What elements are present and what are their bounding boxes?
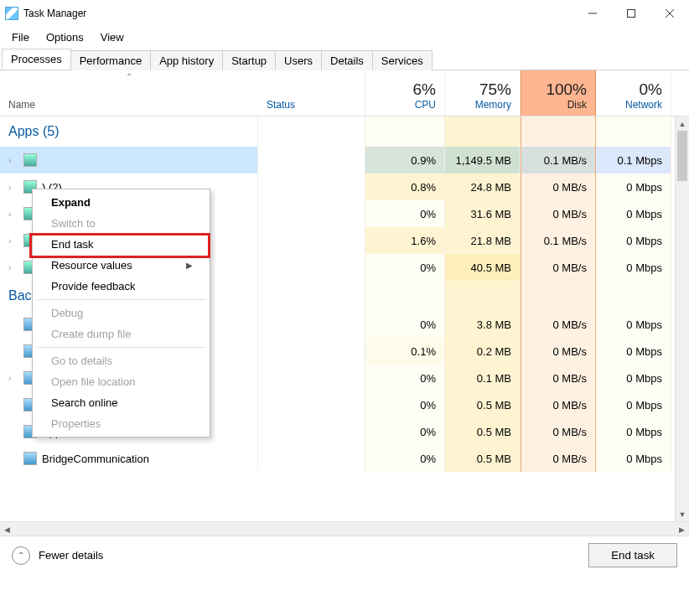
context-resource-values[interactable]: Resource values ▶ bbox=[34, 255, 208, 276]
process-name: BridgeCommunication bbox=[42, 453, 149, 465]
context-provide-feedback[interactable]: Provide feedback bbox=[34, 276, 208, 297]
cpu-value: 0% bbox=[365, 418, 445, 445]
disk-value: 0 MB/s bbox=[521, 254, 596, 281]
network-value: 0 Mbps bbox=[596, 200, 671, 227]
vertical-scrollbar[interactable]: ▲ ▼ bbox=[675, 116, 689, 521]
memory-value: 40.5 MB bbox=[445, 254, 521, 281]
memory-value: 1,149.5 MB bbox=[445, 147, 521, 173]
cpu-value: 0.9% bbox=[365, 147, 445, 173]
column-cpu[interactable]: 6% CPU bbox=[365, 70, 445, 116]
scrollbar-thumb[interactable] bbox=[677, 131, 687, 181]
context-separator bbox=[36, 299, 206, 300]
menu-file[interactable]: File bbox=[3, 29, 38, 45]
menu-options[interactable]: Options bbox=[38, 29, 92, 45]
end-task-button[interactable]: End task bbox=[588, 543, 677, 567]
context-go-to-details: Go to details bbox=[34, 350, 208, 371]
column-cpu-label: CPU bbox=[374, 99, 436, 111]
tab-app-history[interactable]: App history bbox=[150, 50, 223, 70]
cpu-value: 0% bbox=[365, 200, 445, 227]
column-disk-label: Disk bbox=[530, 99, 587, 111]
maximize-button[interactable] bbox=[612, 0, 650, 27]
network-value: 0 Mbps bbox=[596, 311, 671, 338]
task-manager-icon bbox=[5, 7, 18, 20]
scroll-right-icon[interactable]: ▶ bbox=[675, 522, 689, 536]
sort-caret-icon: ⌃ bbox=[126, 72, 132, 81]
group-apps-label: Apps (5) bbox=[0, 116, 258, 147]
context-end-task[interactable]: End task bbox=[34, 234, 208, 255]
close-button[interactable] bbox=[650, 0, 689, 27]
expand-chevron-icon[interactable]: › bbox=[8, 210, 18, 219]
column-headers: ⌃ Name Status 6% CPU 75% Memory 100% Dis… bbox=[0, 70, 689, 116]
disk-value: 0.1 MB/s bbox=[521, 227, 596, 254]
scroll-down-icon[interactable]: ▼ bbox=[676, 507, 689, 521]
expand-chevron-icon[interactable]: › bbox=[8, 183, 18, 192]
tab-details[interactable]: Details bbox=[321, 50, 373, 70]
memory-value: 0.2 MB bbox=[445, 338, 521, 365]
tab-services[interactable]: Services bbox=[372, 50, 433, 70]
cpu-value: 0.8% bbox=[365, 173, 445, 200]
menu-view[interactable]: View bbox=[92, 29, 132, 45]
disk-value: 0 MB/s bbox=[521, 418, 596, 445]
disk-value: 0 MB/s bbox=[521, 173, 596, 200]
cpu-value: 0% bbox=[365, 445, 445, 472]
expand-chevron-icon[interactable]: › bbox=[8, 156, 18, 165]
memory-value: 0.5 MB bbox=[445, 418, 521, 445]
network-value: 0 Mbps bbox=[596, 338, 671, 365]
expand-chevron-icon[interactable]: › bbox=[8, 263, 18, 272]
cpu-usage-total: 6% bbox=[374, 80, 436, 99]
network-value: 0 Mbps bbox=[596, 391, 671, 418]
column-disk[interactable]: 100% Disk bbox=[521, 70, 596, 116]
expand-chevron-icon[interactable]: › bbox=[8, 374, 18, 383]
disk-value: 0 MB/s bbox=[521, 365, 596, 391]
process-row[interactable]: › 0.9% 1,149.5 MB 0.1 MB/s 0.1 Mbps bbox=[0, 147, 689, 173]
column-name[interactable]: ⌃ Name bbox=[0, 70, 258, 116]
scroll-left-icon[interactable]: ◀ bbox=[0, 522, 14, 536]
column-memory[interactable]: 75% Memory bbox=[445, 70, 521, 116]
context-search-online[interactable]: Search online bbox=[34, 392, 208, 413]
context-menu: Expand Switch to End task Resource value… bbox=[32, 189, 210, 437]
disk-value: 0 MB/s bbox=[521, 311, 596, 338]
window-title: Task Manager bbox=[23, 8, 86, 19]
column-network-label: Network bbox=[604, 99, 662, 111]
network-value: 0 Mbps bbox=[596, 227, 671, 254]
network-value: 0 Mbps bbox=[596, 445, 671, 472]
context-expand[interactable]: Expand bbox=[34, 192, 208, 213]
cpu-value: 0% bbox=[365, 254, 445, 281]
menu-bar: File Options View bbox=[0, 27, 689, 47]
tab-performance[interactable]: Performance bbox=[70, 50, 151, 70]
submenu-chevron-icon: ▶ bbox=[186, 261, 193, 270]
memory-value: 0.5 MB bbox=[445, 445, 521, 472]
horizontal-scrollbar[interactable]: ◀ ▶ bbox=[0, 521, 689, 536]
column-name-label: Name bbox=[8, 99, 250, 111]
network-value: 0 Mbps bbox=[596, 418, 671, 445]
disk-value: 0 MB/s bbox=[521, 200, 596, 227]
column-status[interactable]: Status bbox=[258, 70, 365, 116]
fewer-details-label[interactable]: Fewer details bbox=[39, 549, 103, 562]
disk-usage-total: 100% bbox=[530, 80, 587, 99]
tab-users[interactable]: Users bbox=[275, 50, 322, 70]
group-apps[interactable]: Apps (5) bbox=[0, 116, 689, 147]
tab-processes[interactable]: Processes bbox=[2, 49, 71, 70]
context-create-dump: Create dump file bbox=[34, 324, 208, 344]
memory-value: 24.8 MB bbox=[445, 173, 521, 200]
svg-rect-1 bbox=[628, 10, 635, 18]
process-icon bbox=[23, 452, 37, 465]
tab-startup[interactable]: Startup bbox=[222, 50, 276, 70]
scroll-up-icon[interactable]: ▲ bbox=[676, 116, 689, 131]
network-usage-total: 0% bbox=[604, 80, 662, 99]
context-open-location: Open file location bbox=[34, 371, 208, 392]
memory-value: 0.1 MB bbox=[445, 365, 521, 391]
expand-chevron-icon[interactable]: › bbox=[8, 236, 18, 246]
context-separator bbox=[36, 347, 206, 348]
cpu-value: 0% bbox=[365, 311, 445, 338]
network-value: 0 Mbps bbox=[596, 173, 671, 200]
column-network[interactable]: 0% Network bbox=[596, 70, 671, 116]
fewer-details-toggle-icon[interactable]: ⌃ bbox=[12, 546, 30, 565]
column-memory-label: Memory bbox=[453, 99, 511, 111]
task-manager-window: Task Manager File Options View Processes… bbox=[0, 0, 689, 616]
memory-value: 0.5 MB bbox=[445, 391, 521, 418]
cpu-value: 0% bbox=[365, 365, 445, 391]
minimize-button[interactable] bbox=[573, 0, 612, 27]
disk-value: 0 MB/s bbox=[521, 338, 596, 365]
process-row[interactable]: ›BridgeCommunication 0% 0.5 MB 0 MB/s 0 … bbox=[0, 445, 689, 472]
